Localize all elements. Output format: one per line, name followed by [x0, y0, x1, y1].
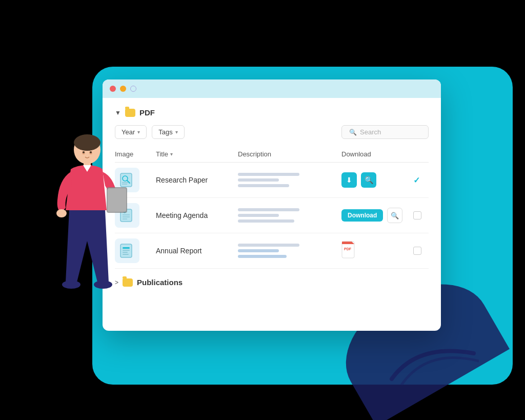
publications-folder-row[interactable]: > Publications [115, 269, 429, 291]
window-dot-red[interactable] [110, 86, 116, 92]
search-box[interactable]: 🔍 Search [341, 125, 429, 139]
download-text-btn[interactable]: Download [341, 209, 383, 222]
row2-title: Meeting Agenda [156, 211, 238, 219]
tags-label: Tags [158, 128, 172, 136]
desc-line [238, 173, 299, 176]
table-row: Meeting Agenda Download 🔍 [115, 198, 429, 233]
table-header: Image Title ▾ Description Download [115, 146, 429, 163]
window-dot-gray[interactable] [130, 86, 136, 92]
search-placeholder: Search [360, 128, 381, 136]
filters-row: Year ▾ Tags ▾ 🔍 Search [115, 125, 429, 139]
search-icon-btn[interactable]: 🔍 [361, 172, 376, 188]
checkbox-empty2[interactable] [413, 247, 421, 255]
search-icon-btn2[interactable]: 🔍 [387, 208, 402, 223]
desc-line [238, 208, 299, 211]
svg-point-20 [74, 134, 100, 151]
pdf-folder-name: PDF [139, 108, 155, 117]
desc-line [238, 178, 279, 182]
row1-title: Research Paper [156, 176, 238, 184]
svg-rect-23 [108, 188, 126, 212]
window-dot-yellow[interactable] [120, 86, 126, 92]
window-titlebar [103, 79, 441, 98]
row3-check[interactable] [413, 247, 429, 255]
row3-description [238, 244, 341, 258]
checkbox-empty[interactable] [413, 211, 421, 219]
pdf-chevron-icon[interactable]: ▼ [115, 109, 121, 116]
row1-check: ✓ [413, 175, 429, 185]
svg-point-29 [90, 151, 92, 153]
app-window: ▼ PDF Year ▾ Tags ▾ 🔍 Search Image [103, 79, 441, 331]
tags-arrow: ▾ [175, 129, 178, 135]
svg-point-28 [83, 151, 85, 153]
desc-line [238, 244, 299, 247]
svg-point-25 [94, 281, 112, 289]
pdf-folder-header: ▼ PDF [115, 108, 429, 117]
year-arrow: ▾ [137, 129, 140, 135]
search-icon: 🔍 [349, 129, 357, 136]
row2-download: Download 🔍 [341, 208, 413, 223]
deco-swoosh [387, 338, 479, 389]
col-description: Description [238, 150, 341, 158]
desc-line [238, 184, 289, 187]
svg-point-21 [56, 209, 67, 217]
person-illustration [31, 128, 133, 344]
desc-line [238, 255, 287, 258]
row2-description [238, 208, 341, 223]
download-icon-btn[interactable]: ⬇ [341, 172, 357, 188]
folder-icon [125, 109, 135, 117]
row1-download: ⬇ 🔍 [341, 172, 413, 188]
col-title: Title ▾ [156, 150, 238, 158]
pdf-file-icon: PDF [341, 241, 358, 261]
title-sort-arrow[interactable]: ▾ [170, 151, 173, 157]
checkmark-icon: ✓ [413, 176, 420, 185]
svg-point-24 [62, 281, 80, 289]
row2-check[interactable] [413, 211, 429, 219]
pdf-icon-svg: PDF [341, 241, 358, 261]
table-row: Research Paper ⬇ 🔍 ✓ [115, 163, 429, 198]
row1-description [238, 173, 341, 187]
person-svg [31, 128, 133, 323]
svg-text:PDF: PDF [344, 247, 352, 251]
row3-download: PDF [341, 241, 413, 261]
desc-line [238, 249, 279, 252]
desc-line [238, 214, 279, 217]
desc-line [238, 219, 294, 223]
col-download: Download [341, 150, 413, 158]
publications-folder-name: Publications [137, 278, 183, 287]
col-check [413, 150, 429, 158]
table-row: Annual Report PDF [115, 233, 429, 269]
tags-filter[interactable]: Tags ▾ [152, 125, 184, 139]
row3-title: Annual Report [156, 247, 238, 255]
data-table: Image Title ▾ Description Download [115, 146, 429, 269]
